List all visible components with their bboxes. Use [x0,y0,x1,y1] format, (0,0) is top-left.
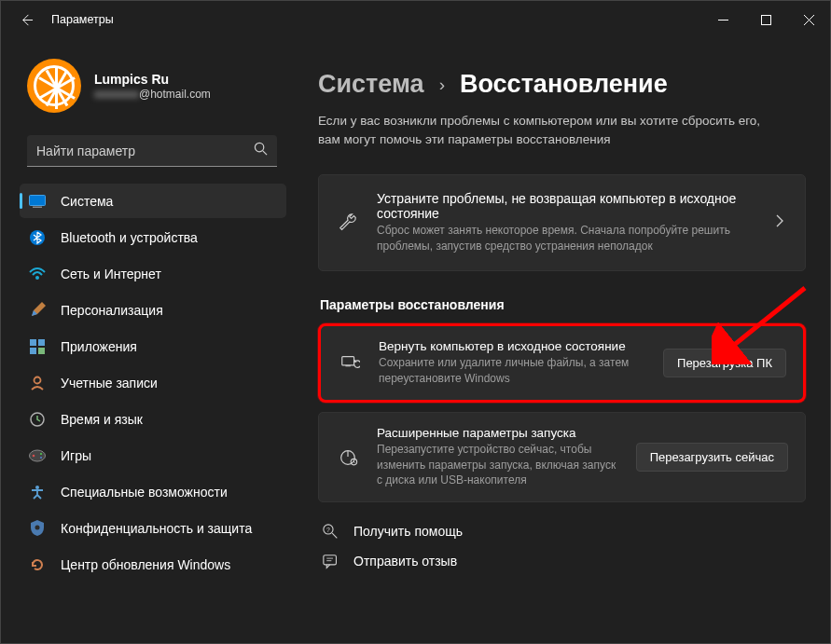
help-icon: ? [322,523,339,540]
restart-now-button[interactable]: Перезагрузить сейчас [636,443,788,472]
main-panel: Система › Восстановление Если у вас возн… [296,38,830,643]
sidebar-item-accounts[interactable]: Учетные записи [20,365,286,400]
bluetooth-icon [29,229,46,246]
sidebar-item-system[interactable]: Система [20,184,286,218]
power-icon [336,445,360,470]
svg-rect-6 [30,195,46,205]
gaming-icon [29,447,46,464]
sidebar-item-accessibility[interactable]: Специальные возможности [20,474,286,509]
privacy-icon [29,520,46,537]
sidebar-item-label: Система [61,194,113,209]
avatar [27,59,81,113]
get-help-link[interactable]: ? Получить помощь [322,523,806,540]
svg-rect-22 [342,356,354,364]
svg-text:?: ? [326,526,330,532]
svg-rect-13 [38,348,45,354]
search-icon [254,142,268,159]
feedback-link[interactable]: Отправить отзыв [322,553,806,569]
card-subtitle: Сброс может занять некоторое время. Снач… [377,223,758,255]
sidebar: Lumpics Ru xxxxxxxx@hotmail.com Система … [1,38,296,643]
reset-pc-button[interactable]: Перезагрузка ПК [663,349,786,377]
wrench-icon [336,211,360,235]
svg-point-17 [33,454,35,457]
svg-rect-29 [323,555,336,564]
sidebar-item-gaming[interactable]: Игры [20,438,286,473]
minimize-button[interactable] [701,5,744,34]
breadcrumb-parent[interactable]: Система [318,70,424,99]
reset-pc-card: Вернуть компьютер в исходное состояние С… [318,323,806,403]
maximize-button[interactable] [744,5,787,34]
window-title: Параметры [51,13,114,26]
search-box[interactable] [27,135,277,167]
advanced-startup-card: Расширенные параметры запуска Перезапуст… [318,412,806,502]
personalization-icon [29,302,46,319]
accounts-icon [29,375,46,391]
link-label: Отправить отзыв [353,554,457,569]
time-icon [29,411,46,428]
chevron-right-icon: › [439,75,445,95]
svg-point-19 [40,457,42,459]
titlebar: Параметры [1,1,830,38]
nav-list: Система Bluetooth и устройства Сеть и Ин… [10,184,286,582]
svg-point-16 [30,450,46,461]
search-input[interactable] [36,144,254,158]
network-icon [29,266,46,282]
sidebar-item-label: Специальные возможности [61,485,228,500]
close-button[interactable] [787,5,830,34]
sidebar-item-label: Учетные записи [61,376,158,391]
accessibility-icon [29,484,46,500]
svg-rect-10 [30,339,36,346]
update-icon [29,556,46,573]
breadcrumb: Система › Восстановление [318,70,806,99]
feedback-icon [322,553,339,569]
sidebar-item-label: Время и язык [61,412,143,427]
sidebar-item-label: Игры [61,448,91,463]
sidebar-item-bluetooth[interactable]: Bluetooth и устройства [20,220,286,254]
chevron-right-icon [775,214,788,231]
svg-point-9 [35,276,39,280]
svg-point-21 [35,526,40,530]
sidebar-item-label: Персонализация [61,303,163,318]
sidebar-item-personalization[interactable]: Персонализация [20,293,286,327]
sidebar-item-privacy[interactable]: Конфиденциальность и защита [20,511,286,545]
option-subtitle: Сохраните или удалите личные файлы, а за… [379,355,646,387]
apps-icon [29,338,46,355]
sidebar-item-label: Сеть и Интернет [61,267,161,281]
sidebar-item-network[interactable]: Сеть и Интернет [20,256,286,291]
sidebar-item-label: Приложения [61,339,137,354]
sidebar-item-apps[interactable]: Приложения [20,329,286,363]
sidebar-item-label: Bluetooth и устройства [61,230,198,245]
back-button[interactable] [18,11,35,28]
sidebar-item-update[interactable]: Центр обновления Windows [20,547,286,582]
svg-point-14 [35,377,41,383]
window-controls [701,5,830,34]
option-subtitle: Перезапустите устройство сейчас, чтобы и… [377,442,619,488]
footer-links: ? Получить помощь Отправить отзыв [318,523,806,569]
sidebar-item-time[interactable]: Время и язык [20,402,286,436]
svg-line-5 [263,151,267,155]
sidebar-item-label: Конфиденциальность и защита [61,521,252,536]
svg-line-28 [332,533,337,538]
svg-point-18 [40,453,42,455]
intro-text: Если у вас возникли проблемы с компьютер… [318,112,784,150]
system-icon [29,193,46,210]
card-title: Устраните проблемы, не возвращая компьют… [377,191,758,221]
svg-point-20 [35,486,39,489]
svg-rect-1 [761,15,770,24]
option-title: Вернуть компьютер в исходное состояние [379,339,646,353]
sidebar-item-label: Центр обновления Windows [61,557,230,572]
link-label: Получить помощь [353,524,463,539]
reset-icon [338,351,362,376]
page-title: Восстановление [460,70,668,99]
option-title: Расширенные параметры запуска [377,426,619,440]
svg-rect-12 [30,348,36,354]
svg-rect-11 [38,339,45,346]
svg-point-4 [255,143,263,151]
svg-rect-7 [33,206,42,208]
troubleshoot-card[interactable]: Устраните проблемы, не возвращая компьют… [318,174,806,272]
profile-block[interactable]: Lumpics Ru xxxxxxxx@hotmail.com [10,38,286,130]
section-title: Параметры восстановления [320,297,806,312]
profile-name: Lumpics Ru [94,72,211,87]
profile-email: xxxxxxxx@hotmail.com [94,88,211,101]
